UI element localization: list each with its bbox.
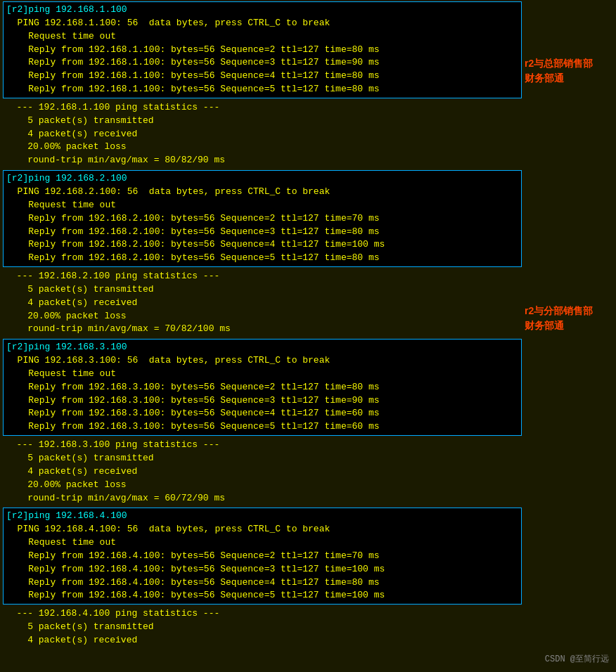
terminal-line: 20.00% packet loss (6, 310, 519, 323)
sidebar-panel: r2与总部销售部财务部通 r2与分部销售部财务部通 (525, 0, 616, 672)
terminal-line: PING 192.168.3.100: 56 data bytes, press… (6, 354, 518, 368)
terminal-line: 5 packet(s) transmitted (6, 621, 519, 634)
sidebar-note-bottom: r2与分部销售部财务部通 (525, 304, 616, 333)
terminal-line: Reply from 192.168.1.100: bytes=56 Seque… (6, 83, 518, 96)
terminal-line: 20.00% packet loss (6, 141, 519, 154)
stats-block-4: --- 192.168.4.100 ping statistics --- 5 … (3, 606, 522, 649)
terminal-line: Reply from 192.168.2.100: bytes=56 Seque… (6, 238, 518, 252)
terminal-line: [r2]ping 192.168.2.100 (6, 172, 518, 186)
terminal-line: --- 192.168.2.100 ping statistics --- (6, 270, 519, 283)
terminal-line: Reply from 192.168.2.100: bytes=56 Seque… (6, 252, 518, 265)
terminal-line: 20.00% packet loss (6, 479, 519, 492)
terminal-line: [r2]ping 192.168.3.100 (6, 341, 518, 354)
terminal-line: Reply from 192.168.3.100: bytes=56 Seque… (6, 407, 518, 420)
terminal-line: Reply from 192.168.4.100: bytes=56 Seque… (6, 589, 518, 602)
sidebar-note-top: r2与总部销售部财务部通 (525, 56, 616, 86)
terminal-line: [r2]ping 192.168.4.100 (6, 510, 518, 523)
terminal-line: round-trip min/avg/max = 70/82/100 ms (6, 323, 519, 336)
terminal-line: round-trip min/avg/max = 60/72/90 ms (6, 492, 519, 505)
terminal-line: PING 192.168.4.100: 56 data bytes, press… (6, 523, 518, 536)
terminal-line: Reply from 192.168.4.100: bytes=56 Seque… (6, 550, 518, 563)
terminal-line: Reply from 192.168.3.100: bytes=56 Seque… (6, 394, 518, 408)
watermark: CSDN @至简行远 (545, 653, 609, 665)
terminal-line: Reply from 192.168.2.100: bytes=56 Seque… (6, 212, 518, 226)
main-container: [r2]ping 192.168.1.100 PING 192.168.1.10… (0, 0, 616, 672)
terminal-line: Reply from 192.168.4.100: bytes=56 Seque… (6, 563, 518, 576)
stats-block-2: --- 192.168.2.100 ping statistics --- 5 … (3, 269, 522, 337)
terminal-line: 4 packet(s) received (6, 128, 519, 141)
terminal-line: Request time out (6, 536, 518, 550)
terminal-line: Request time out (6, 368, 518, 381)
terminal-line: Reply from 192.168.3.100: bytes=56 Seque… (6, 420, 518, 434)
terminal-line: PING 192.168.1.100: 56 data bytes, press… (6, 17, 518, 30)
terminal-line: 5 packet(s) transmitted (6, 115, 519, 128)
terminal-line: round-trip min/avg/max = 80/82/90 ms (6, 154, 519, 167)
terminal-line: 5 packet(s) transmitted (6, 283, 519, 297)
stats-block-3: --- 192.168.3.100 ping statistics --- 5 … (3, 437, 522, 506)
terminal-line: Request time out (6, 199, 518, 212)
terminal-line: 5 packet(s) transmitted (6, 452, 519, 465)
ping-block-4: [r2]ping 192.168.4.100 PING 192.168.4.10… (3, 508, 522, 605)
terminal-line: 4 packet(s) received (6, 634, 519, 647)
terminal-line: --- 192.168.4.100 ping statistics --- (6, 607, 519, 621)
terminal-line: PING 192.168.2.100: 56 data bytes, press… (6, 186, 518, 199)
terminal-line: --- 192.168.3.100 ping statistics --- (6, 439, 519, 452)
terminal-line: 4 packet(s) received (6, 465, 519, 479)
terminal-line: Request time out (6, 30, 518, 44)
ping-block-2: [r2]ping 192.168.2.100 PING 192.168.2.10… (3, 170, 522, 267)
terminal-line: Reply from 192.168.1.100: bytes=56 Seque… (6, 56, 518, 70)
stats-block-1: --- 192.168.1.100 ping statistics --- 5 … (3, 100, 522, 169)
terminal-line: Reply from 192.168.4.100: bytes=56 Seque… (6, 576, 518, 590)
terminal-panel: [r2]ping 192.168.1.100 PING 192.168.1.10… (0, 0, 525, 672)
ping-block-1: [r2]ping 192.168.1.100 PING 192.168.1.10… (3, 1, 522, 98)
terminal-line: Reply from 192.168.3.100: bytes=56 Seque… (6, 381, 518, 394)
terminal-line: [r2]ping 192.168.1.100 (6, 4, 518, 17)
terminal-line: Reply from 192.168.1.100: bytes=56 Seque… (6, 44, 518, 57)
terminal-line: Reply from 192.168.2.100: bytes=56 Seque… (6, 226, 518, 239)
terminal-line: 4 packet(s) received (6, 297, 519, 310)
terminal-line: Reply from 192.168.1.100: bytes=56 Seque… (6, 70, 518, 83)
terminal-line: --- 192.168.1.100 ping statistics --- (6, 101, 519, 115)
ping-block-3: [r2]ping 192.168.3.100 PING 192.168.3.10… (3, 339, 522, 436)
